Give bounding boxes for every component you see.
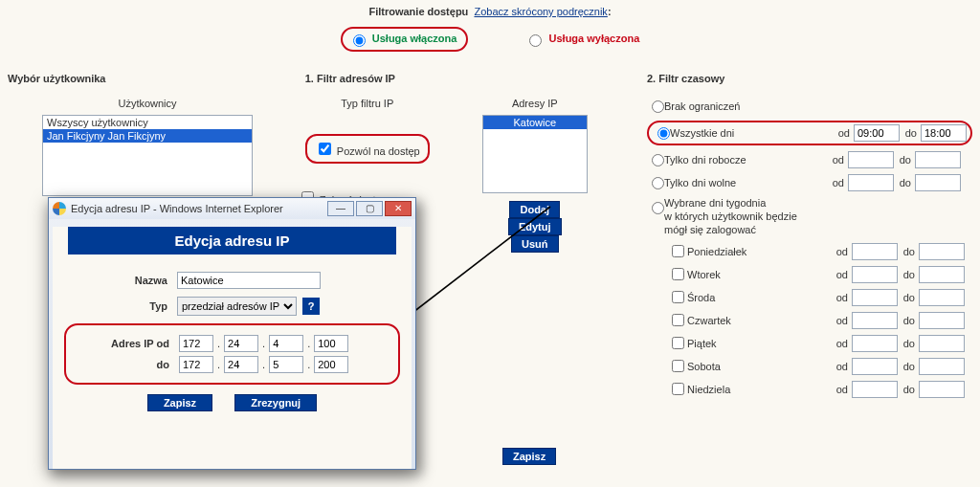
ip-to-4[interactable]: [314, 356, 348, 373]
type-select[interactable]: przedział adresów IP: [177, 297, 297, 316]
service-on-radio[interactable]: [353, 34, 366, 47]
popup-titlebar[interactable]: Edycja adresu IP - Windows Internet Expl…: [49, 198, 415, 219]
day-checkbox[interactable]: [672, 383, 684, 395]
colon: :: [608, 6, 612, 17]
do-label: do: [894, 154, 915, 166]
day-from-input[interactable]: [852, 381, 898, 398]
ip-addr-label: Adresy IP: [478, 98, 592, 109]
od-label: od: [827, 177, 848, 188]
day-name: Sobota: [687, 361, 831, 372]
ip-range-highlight: Adres IP od . . . do . . .: [64, 323, 400, 385]
popup-save-button[interactable]: Zapisz: [147, 394, 212, 411]
ip-from-3[interactable]: [269, 335, 303, 352]
ip-from-2[interactable]: [224, 335, 258, 352]
day-from-input[interactable]: [852, 358, 898, 375]
day-checkbox[interactable]: [672, 360, 684, 372]
free-from-input[interactable]: [848, 174, 894, 191]
work-to-input[interactable]: [915, 151, 961, 168]
minimize-button[interactable]: —: [327, 201, 354, 216]
ip-to-1[interactable]: [179, 356, 213, 373]
day-checkbox[interactable]: [672, 245, 684, 257]
time-custom-label: Wybrane dni tygodnia w których użytkowni…: [664, 197, 827, 236]
popup-window-title: Edycja adresu IP - Windows Internet Expl…: [71, 203, 283, 214]
day-checkbox[interactable]: [672, 291, 684, 303]
day-name: Czwartek: [687, 315, 831, 326]
do-label: do: [898, 315, 919, 326]
list-item[interactable]: Wszyscy użytkownicy: [43, 116, 252, 129]
maximize-button[interactable]: ▢: [356, 201, 383, 216]
service-off-radio[interactable]: [529, 34, 542, 47]
work-from-input[interactable]: [848, 151, 894, 168]
time-all-radio[interactable]: [657, 127, 670, 140]
day-from-input[interactable]: [852, 266, 898, 283]
time-section-title: 2. Filtr czasowy: [647, 73, 972, 84]
list-item[interactable]: Katowice: [483, 116, 587, 129]
all-from-input[interactable]: [854, 124, 900, 142]
day-from-input[interactable]: [852, 289, 898, 306]
add-button[interactable]: Dodaj: [509, 201, 560, 218]
ip-listbox[interactable]: Katowice: [482, 115, 588, 193]
manual-link[interactable]: Zobacz skrócony podręcznik: [474, 6, 607, 17]
day-row: Sobotaoddo: [668, 357, 972, 375]
od-label: od: [831, 384, 852, 395]
popup-banner: Edycja adresu IP: [68, 227, 396, 255]
ip-from-label: Adres IP od: [66, 338, 179, 349]
service-off-option[interactable]: Usługa wyłączona: [524, 32, 639, 47]
day-name: Środa: [687, 292, 831, 303]
day-row: Wtorekoddo: [668, 265, 972, 283]
day-to-input[interactable]: [919, 381, 965, 398]
day-from-input[interactable]: [852, 335, 898, 352]
help-button[interactable]: ?: [302, 298, 320, 315]
time-custom-radio[interactable]: [652, 202, 664, 214]
time-work-radio[interactable]: [652, 154, 664, 166]
od-label: od: [831, 338, 852, 349]
do-label: do: [898, 338, 919, 349]
close-button[interactable]: ✕: [385, 201, 412, 216]
ip-from-4[interactable]: [314, 335, 348, 352]
service-on-label: Usługa włączona: [372, 33, 457, 44]
time-free-radio[interactable]: [652, 177, 664, 189]
all-to-input[interactable]: [921, 124, 967, 142]
free-to-input[interactable]: [915, 174, 961, 191]
name-label: Nazwa: [53, 275, 177, 286]
od-label: od: [833, 127, 854, 139]
delete-button[interactable]: Usuń: [511, 235, 559, 253]
day-name: Niedziela: [687, 384, 831, 395]
day-checkbox[interactable]: [672, 337, 684, 349]
edit-button[interactable]: Edytuj: [508, 218, 562, 235]
day-to-input[interactable]: [919, 243, 965, 260]
name-input[interactable]: [177, 272, 321, 289]
time-none-radio[interactable]: [652, 100, 664, 113]
popup-cancel-button[interactable]: Zrezygnuj: [234, 394, 317, 411]
do-label: do: [900, 127, 921, 139]
day-checkbox[interactable]: [672, 314, 684, 326]
od-label: od: [831, 361, 852, 372]
ie-icon: [53, 202, 66, 215]
day-name: Poniedziałek: [687, 246, 831, 257]
day-to-input[interactable]: [919, 335, 965, 352]
ip-to-label: do: [66, 359, 179, 370]
main-save-button[interactable]: Zapisz: [502, 448, 556, 465]
do-label: do: [898, 292, 919, 303]
day-to-input[interactable]: [919, 266, 965, 283]
ip-to-2[interactable]: [224, 356, 258, 373]
day-from-input[interactable]: [852, 243, 898, 260]
day-from-input[interactable]: [852, 312, 898, 329]
user-section-title: Wybór użytkownika: [8, 73, 277, 84]
ip-from-1[interactable]: [179, 335, 213, 352]
allow-access-wrapper: Pozwól na dostęp: [305, 134, 430, 164]
allow-checkbox[interactable]: [319, 143, 331, 155]
service-on-option[interactable]: Usługa włączona: [341, 27, 469, 52]
od-label: od: [831, 269, 852, 280]
allow-label: Pozwól na dostęp: [337, 145, 420, 157]
type-label: Typ: [53, 300, 177, 312]
day-to-input[interactable]: [919, 289, 965, 306]
do-label: do: [898, 384, 919, 395]
day-to-input[interactable]: [919, 312, 965, 329]
users-listbox[interactable]: Wszyscy użytkownicy Jan Fikcjyny Jan Fik…: [42, 115, 253, 196]
day-to-input[interactable]: [919, 358, 965, 375]
time-free-label: Tylko dni wolne: [664, 177, 827, 188]
list-item[interactable]: Jan Fikcjyny Jan Fikcjyny: [43, 129, 252, 143]
ip-to-3[interactable]: [269, 356, 303, 373]
day-checkbox[interactable]: [672, 268, 684, 280]
